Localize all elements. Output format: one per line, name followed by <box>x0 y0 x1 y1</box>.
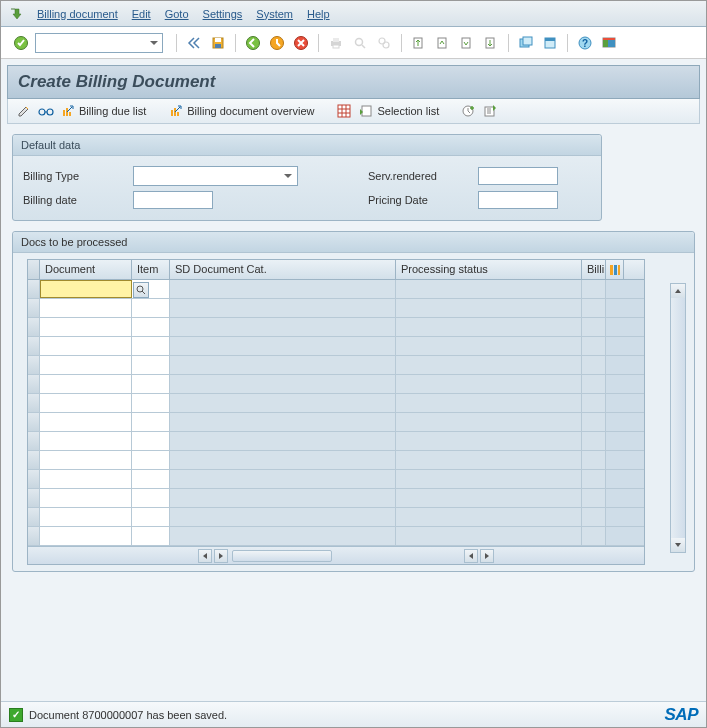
table-row[interactable] <box>28 375 644 394</box>
col-document[interactable]: Document <box>40 260 132 279</box>
row-selector[interactable] <box>28 375 40 393</box>
cell-item[interactable] <box>132 508 170 526</box>
first-page-icon[interactable] <box>409 33 429 53</box>
layout-icon[interactable] <box>599 33 619 53</box>
print-icon[interactable] <box>326 33 346 53</box>
cell-document[interactable] <box>40 337 132 355</box>
serv-rendered-input[interactable] <box>478 167 558 185</box>
row-selector[interactable] <box>28 489 40 507</box>
table-row[interactable] <box>28 280 644 299</box>
clock-plus-icon[interactable] <box>461 103 477 119</box>
cell-status[interactable] <box>396 280 582 298</box>
cell-document[interactable] <box>40 356 132 374</box>
table-row[interactable] <box>28 470 644 489</box>
menu-help[interactable]: Help <box>307 8 330 20</box>
command-input[interactable] <box>35 33 163 53</box>
cell-item[interactable] <box>132 489 170 507</box>
cell-status[interactable] <box>396 489 582 507</box>
cell-document[interactable] <box>40 508 132 526</box>
cell-billing[interactable] <box>582 318 606 336</box>
cell-status[interactable] <box>396 470 582 488</box>
cell-sd-cat[interactable] <box>170 318 396 336</box>
cell-billing[interactable] <box>582 527 606 545</box>
table-row[interactable] <box>28 318 644 337</box>
prev-page-icon[interactable] <box>433 33 453 53</box>
table-row[interactable] <box>28 299 644 318</box>
cell-sd-cat[interactable] <box>170 375 396 393</box>
scroll-up-icon[interactable] <box>671 284 685 298</box>
cell-document[interactable] <box>40 375 132 393</box>
cell-status[interactable] <box>396 394 582 412</box>
cell-sd-cat[interactable] <box>170 508 396 526</box>
scroll-thumb[interactable] <box>232 550 332 562</box>
cell-billing[interactable] <box>582 489 606 507</box>
row-selector[interactable] <box>28 413 40 431</box>
row-selector[interactable] <box>28 318 40 336</box>
scroll-left-icon[interactable] <box>198 549 212 563</box>
cell-billing[interactable] <box>582 451 606 469</box>
back-icon[interactable] <box>243 33 263 53</box>
glasses-icon[interactable] <box>38 103 54 119</box>
table-row[interactable] <box>28 413 644 432</box>
cell-status[interactable] <box>396 375 582 393</box>
next-page-icon[interactable] <box>457 33 477 53</box>
table-row[interactable] <box>28 489 644 508</box>
table-row[interactable] <box>28 356 644 375</box>
cell-sd-cat[interactable] <box>170 470 396 488</box>
grid-icon[interactable] <box>336 103 352 119</box>
table-row[interactable] <box>28 527 644 546</box>
cell-sd-cat[interactable] <box>170 413 396 431</box>
cell-billing[interactable] <box>582 432 606 450</box>
cell-billing[interactable] <box>582 470 606 488</box>
last-page-icon[interactable] <box>481 33 501 53</box>
cell-item[interactable] <box>132 470 170 488</box>
billing-date-input[interactable] <box>133 191 213 209</box>
row-selector[interactable] <box>28 356 40 374</box>
table-row[interactable] <box>28 432 644 451</box>
edit-icon[interactable] <box>16 103 32 119</box>
col-selector[interactable] <box>28 260 40 279</box>
cell-document[interactable] <box>40 527 132 545</box>
cell-item[interactable] <box>132 394 170 412</box>
cell-sd-cat[interactable] <box>170 451 396 469</box>
cell-document[interactable] <box>40 394 132 412</box>
col-billing[interactable]: Billi <box>582 260 606 279</box>
selection-list-button[interactable]: Selection list <box>358 103 439 119</box>
menu-goto[interactable]: Goto <box>165 8 189 20</box>
cell-sd-cat[interactable] <box>170 527 396 545</box>
row-selector[interactable] <box>28 508 40 526</box>
cell-status[interactable] <box>396 432 582 450</box>
cell-status[interactable] <box>396 413 582 431</box>
menu-system[interactable]: System <box>256 8 293 20</box>
row-selector[interactable] <box>28 470 40 488</box>
cell-sd-cat[interactable] <box>170 432 396 450</box>
cell-billing[interactable] <box>582 375 606 393</box>
cell-billing[interactable] <box>582 356 606 374</box>
scroll-right-icon[interactable] <box>214 549 228 563</box>
cell-item[interactable] <box>132 299 170 317</box>
billing-doc-overview-button[interactable]: Billing document overview <box>168 103 314 119</box>
billing-due-list-button[interactable]: Billing due list <box>60 103 146 119</box>
cell-billing[interactable] <box>582 299 606 317</box>
table-row[interactable] <box>28 337 644 356</box>
scroll-down-icon[interactable] <box>671 538 685 552</box>
menu-settings[interactable]: Settings <box>203 8 243 20</box>
cell-sd-cat[interactable] <box>170 280 396 298</box>
cell-status[interactable] <box>396 356 582 374</box>
back-double-icon[interactable] <box>184 33 204 53</box>
find-icon[interactable] <box>350 33 370 53</box>
cell-document[interactable] <box>40 413 132 431</box>
cell-document[interactable] <box>40 470 132 488</box>
shortcut-icon[interactable] <box>540 33 560 53</box>
cell-document[interactable] <box>40 299 132 317</box>
menu-billing-document[interactable]: Billing document <box>37 8 118 20</box>
menu-edit[interactable]: Edit <box>132 8 151 20</box>
cell-sd-cat[interactable] <box>170 394 396 412</box>
cell-document[interactable] <box>40 432 132 450</box>
cell-item[interactable] <box>132 356 170 374</box>
row-selector[interactable] <box>28 394 40 412</box>
cell-billing[interactable] <box>582 280 606 298</box>
cell-billing[interactable] <box>582 394 606 412</box>
new-session-icon[interactable] <box>516 33 536 53</box>
cell-document[interactable] <box>40 280 132 298</box>
